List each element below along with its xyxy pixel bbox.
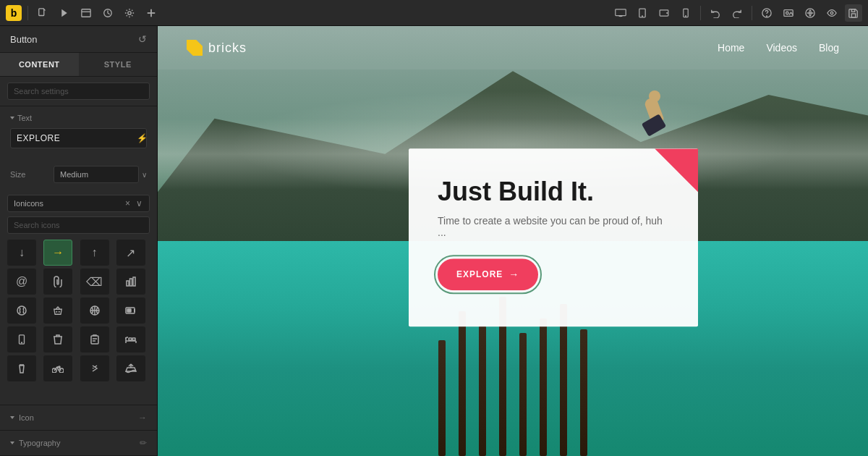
toolbar-undo-icon[interactable] [707, 4, 724, 22]
icon-arrow-up[interactable]: ↑ [80, 240, 109, 266]
tab-content[interactable]: CONTENT [0, 53, 79, 76]
toolbar-divider-2 [700, 6, 701, 20]
nav-link-videos[interactable]: Videos [766, 42, 797, 54]
svg-rect-36 [91, 336, 98, 344]
size-select[interactable]: Medium Small Large [54, 166, 139, 183]
typography-section-collapsible[interactable]: Typography ✏ [0, 431, 157, 456]
toolbar-tablet-landscape-icon[interactable] [655, 4, 673, 22]
svg-point-20 [786, 12, 789, 14]
icon-at[interactable]: @ [7, 269, 36, 295]
icon-attach[interactable] [43, 269, 72, 295]
svg-rect-23 [851, 13, 855, 17]
icon-boat[interactable] [116, 355, 145, 381]
toolbar-desktop-icon[interactable] [612, 4, 629, 22]
toolbar-add-icon[interactable] [142, 4, 160, 22]
icon-clipboard[interactable] [80, 326, 109, 352]
icon-beer[interactable] [7, 355, 36, 381]
svg-rect-0 [39, 8, 44, 15]
sidebar-refresh-icon[interactable]: ↺ [138, 33, 147, 45]
svg-rect-25 [127, 281, 129, 286]
svg-point-35 [22, 342, 22, 343]
sidebar-tabs: CONTENT STYLE [0, 53, 157, 77]
toolbar-file-icon[interactable] [34, 4, 51, 22]
icon-bicycle[interactable] [43, 355, 72, 381]
svg-point-12 [642, 15, 643, 16]
toolbar-help-icon[interactable] [758, 4, 775, 22]
dock-post [540, 318, 547, 456]
toolbar-mobile-icon[interactable] [677, 4, 694, 22]
svg-rect-8 [616, 9, 626, 15]
search-settings-input[interactable] [7, 83, 150, 100]
toolbar-redo-icon[interactable] [728, 4, 746, 22]
icon-arrow-right[interactable]: → [43, 240, 72, 266]
icon-arrow-down[interactable]: ↓ [7, 240, 36, 266]
dock-post [479, 326, 486, 456]
svg-point-22 [830, 12, 833, 14]
toolbar-wp-icon[interactable] [801, 4, 819, 22]
dock-post [560, 304, 567, 456]
jumper-silhouette [640, 90, 669, 148]
dock-post [438, 340, 446, 456]
toolbar-save-icon[interactable] [845, 4, 862, 22]
svg-rect-40 [132, 338, 135, 340]
svg-point-18 [767, 15, 767, 16]
top-toolbar: b [0, 0, 868, 26]
icon-backspace[interactable]: ⌫ [80, 269, 109, 295]
svg-point-29 [56, 311, 57, 312]
icon-picker-close[interactable]: × [123, 197, 132, 210]
svg-point-30 [59, 311, 60, 312]
svg-rect-2 [82, 9, 90, 17]
svg-rect-39 [129, 338, 132, 340]
toolbar-settings-icon[interactable] [121, 4, 138, 22]
nav-brand-text: bricks [208, 41, 247, 56]
button-text-input[interactable] [11, 129, 131, 148]
toolbar-page-icon[interactable] [77, 4, 95, 22]
icon-library-select[interactable]: Ionicons Font Awesome Material Icons [8, 195, 123, 211]
icon-bluetooth[interactable] [80, 355, 109, 381]
brand-icon[interactable]: b [6, 5, 22, 21]
icon-section-arrow: → [138, 413, 147, 423]
hero-explore-button[interactable]: EXPLORE → [438, 258, 538, 290]
icon-picker: Ionicons Font Awesome Material Icons × ∨… [0, 195, 157, 405]
hero-button-text: EXPLORE [456, 269, 503, 279]
icon-section-collapsible[interactable]: Icon → [0, 405, 157, 431]
nav-link-home[interactable]: Home [718, 42, 744, 54]
svg-point-28 [17, 306, 26, 315]
toolbar-history-icon[interactable] [99, 4, 116, 22]
dock-post [519, 333, 527, 456]
nav-brand: bricks [187, 40, 247, 56]
icon-battery[interactable] [116, 297, 145, 324]
size-row: Size Medium Small Large ∨ [10, 166, 147, 183]
dock-post [459, 311, 466, 456]
icon-section-label: Icon [10, 413, 34, 422]
icon-basket[interactable] [43, 297, 72, 324]
icon-bar-chart[interactable] [116, 269, 145, 295]
icon-basketball[interactable] [80, 297, 109, 324]
svg-rect-24 [851, 9, 854, 12]
icon-search-input[interactable] [7, 216, 150, 234]
icon-baseball[interactable] [7, 297, 36, 324]
text-section-label: Text [10, 114, 147, 122]
svg-point-16 [686, 15, 686, 16]
nav-links: Home Videos Blog [718, 42, 839, 54]
svg-point-5 [128, 11, 131, 14]
svg-rect-27 [133, 277, 135, 286]
text-section: Text ⚡ [0, 106, 157, 159]
toolbar-play-icon[interactable] [56, 4, 73, 22]
icon-arrow-up-right[interactable]: ↗ [116, 240, 145, 266]
icon-bed[interactable] [116, 326, 145, 352]
typography-section-icon: ✏ [140, 438, 147, 448]
icon-phone[interactable] [7, 326, 36, 352]
toolbar-media-icon[interactable] [780, 4, 797, 22]
icon-picker-chevron[interactable]: ∨ [134, 197, 145, 210]
canvas: bricks Home Videos Blog Just Build It. T… [158, 26, 868, 456]
icon-picker-actions: × ∨ [123, 197, 149, 210]
toolbar-tablet-icon[interactable] [634, 4, 651, 22]
icon-trash[interactable] [43, 326, 72, 352]
toolbar-preview-icon[interactable] [823, 4, 841, 22]
icon-grid: ↓ → ↑ ↗ @ ⌫ [7, 240, 150, 381]
dynamic-value-icon[interactable]: ⚡ [131, 129, 153, 148]
tab-style[interactable]: STYLE [79, 53, 158, 76]
toolbar-divider-3 [752, 6, 752, 20]
nav-link-blog[interactable]: Blog [819, 42, 839, 54]
